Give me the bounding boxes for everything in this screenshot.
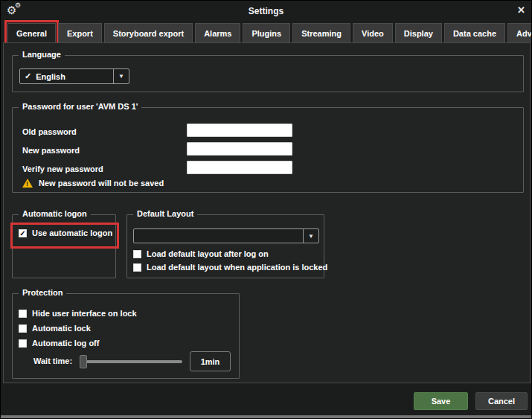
protection-group: Protection Hide user interface on lock A… <box>12 293 240 379</box>
general-tab-panel: Language ✓ English ▼ Password for user '… <box>3 42 531 383</box>
old-password-label: Old password <box>22 127 77 136</box>
default-layout-dropdown[interactable]: ▼ <box>133 228 319 243</box>
window-title: Settings <box>1 6 531 16</box>
tab-general[interactable]: General <box>7 23 56 42</box>
automatic-logoff-checkbox[interactable]: Automatic log off <box>19 339 99 348</box>
use-automatic-logon-label: Use automatic logon <box>32 228 112 237</box>
warning-icon: ! <box>22 179 33 188</box>
save-button[interactable]: Save <box>414 392 468 410</box>
use-automatic-logon-checkbox[interactable]: ✓ Use automatic logon <box>19 228 112 237</box>
close-icon[interactable]: ✕ <box>517 4 525 16</box>
checkbox-unchecked-icon[interactable] <box>19 324 27 333</box>
tab-storyboard-export[interactable]: Storyboard export <box>104 23 193 42</box>
new-password-field[interactable] <box>187 142 292 156</box>
language-selected-value: English <box>36 72 65 81</box>
automatic-logon-group: Automatic logon ✓ Use automatic logon <box>12 214 116 278</box>
language-group: Language ✓ English ▼ <box>12 55 524 92</box>
chevron-down-icon[interactable]: ▼ <box>113 69 129 83</box>
verify-new-password-field[interactable] <box>187 161 292 174</box>
protection-group-label: Protection <box>19 288 66 297</box>
settings-window: ⚙ ⚙ Settings ✕ General Export Storyboard… <box>0 0 532 419</box>
automatic-logon-group-label: Automatic logon <box>19 209 91 218</box>
default-layout-group-label: Default Layout <box>133 209 197 218</box>
password-warning: ! New password will not be saved <box>22 179 164 188</box>
hide-ui-on-lock-checkbox[interactable]: Hide user interface on lock <box>19 309 137 318</box>
checkbox-unchecked-icon[interactable] <box>19 339 27 348</box>
password-group: Password for user 'AVM DS 1' Old passwor… <box>12 107 524 193</box>
language-dropdown[interactable]: ✓ English ▼ <box>19 68 129 84</box>
tab-display[interactable]: Display <box>395 23 442 42</box>
tab-streaming[interactable]: Streaming <box>292 23 350 42</box>
password-group-label: Password for user 'AVM DS 1' <box>19 102 141 111</box>
new-password-label: New password <box>22 146 80 155</box>
wait-time-slider-track[interactable] <box>81 360 182 363</box>
window-bottom-edge <box>1 415 531 418</box>
check-icon: ✓ <box>25 71 31 81</box>
old-password-field[interactable] <box>187 124 292 137</box>
checkbox-checked-icon[interactable]: ✓ <box>19 229 27 237</box>
verify-new-password-label: Verify new password <box>22 164 103 173</box>
checkbox-unchecked-icon[interactable] <box>19 310 27 318</box>
load-default-after-logon-checkbox[interactable]: Load default layout after log on <box>133 249 269 258</box>
automatic-lock-checkbox[interactable]: Automatic lock <box>19 324 91 333</box>
tab-export[interactable]: Export <box>58 23 102 42</box>
tab-strip: General Export Storyboard export Alarms … <box>7 23 532 42</box>
tab-plugins[interactable]: Plugins <box>243 23 290 42</box>
chevron-down-icon[interactable]: ▼ <box>303 229 318 243</box>
tab-data-cache[interactable]: Data cache <box>444 23 505 42</box>
cancel-button[interactable]: Cancel <box>475 392 528 410</box>
language-group-label: Language <box>19 50 65 59</box>
wait-time-value: 1min <box>190 351 231 371</box>
wait-time-slider-thumb[interactable] <box>80 355 87 368</box>
checkbox-unchecked-icon[interactable] <box>133 263 141 272</box>
checkbox-unchecked-icon[interactable] <box>133 250 141 258</box>
default-layout-group: Default Layout ▼ Load default layout aft… <box>126 214 324 278</box>
load-default-when-locked-checkbox[interactable]: Load default layout when application is … <box>133 263 327 272</box>
tab-video[interactable]: Video <box>353 23 393 42</box>
wait-time-label: Wait time: <box>33 356 72 365</box>
tab-alarms[interactable]: Alarms <box>195 23 240 42</box>
tab-advanced[interactable]: Advanced <box>507 23 532 42</box>
title-bar: ⚙ ⚙ Settings ✕ <box>1 1 531 22</box>
password-warning-text: New password will not be saved <box>39 179 164 188</box>
